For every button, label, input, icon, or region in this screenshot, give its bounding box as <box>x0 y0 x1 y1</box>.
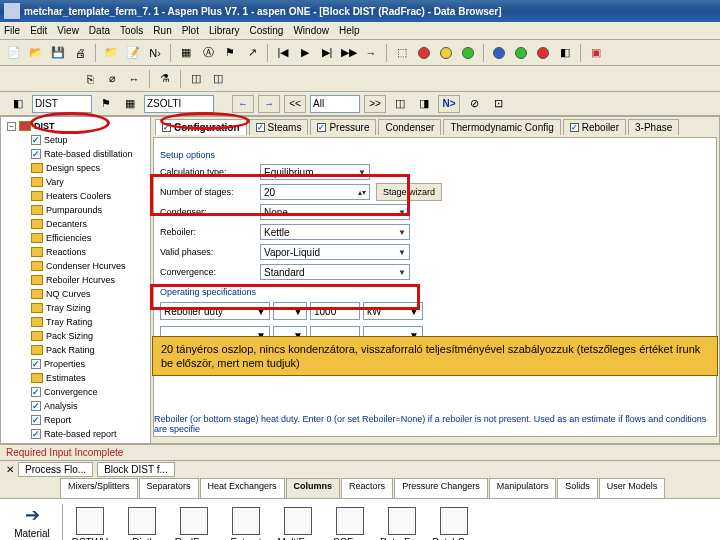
nav-x2-icon[interactable]: ⊡ <box>488 94 508 114</box>
nav-flag-icon[interactable]: ⚑ <box>96 94 116 114</box>
ptab[interactable]: Pressure Changers <box>394 478 488 498</box>
palette-item[interactable]: DSTWU <box>65 507 115 540</box>
palette-item[interactable]: Extract <box>221 507 271 540</box>
tree-item[interactable]: Setup <box>1 133 150 147</box>
tree-item[interactable]: User Subroutines <box>1 441 150 443</box>
tree-item[interactable]: Reboiler Hcurves <box>1 273 150 287</box>
valid-phases-select[interactable]: Vapor-Liquid▼ <box>260 244 410 260</box>
tree-item[interactable]: Efficiencies <box>1 231 150 245</box>
convergence-select[interactable]: Standard▼ <box>260 264 410 280</box>
tb-dot-green[interactable] <box>458 43 478 63</box>
tree-item[interactable]: Tray Sizing <box>1 301 150 315</box>
ptab[interactable]: Reactors <box>341 478 393 498</box>
menu-help[interactable]: Help <box>339 25 360 36</box>
tree-item[interactable]: Design specs <box>1 161 150 175</box>
tree-item[interactable]: Tray Rating <box>1 315 150 329</box>
palette-material[interactable]: ➔ Material STREAMS <box>4 504 60 541</box>
spec1-type-select[interactable]: Reboiler duty▼ <box>160 302 270 320</box>
condenser-select[interactable]: None▼ <box>260 204 410 220</box>
menu-run[interactable]: Run <box>153 25 171 36</box>
palette-item[interactable]: BatchSep <box>429 507 479 540</box>
tb-play-icon[interactable]: ▶ <box>295 43 315 63</box>
tb-arrow-icon[interactable]: ↗ <box>242 43 262 63</box>
tb-grid-icon[interactable]: ▦ <box>176 43 196 63</box>
tb-dot-red[interactable] <box>414 43 434 63</box>
tb-doc-icon[interactable]: 📝 <box>123 43 143 63</box>
tree-item[interactable]: Estimates <box>1 371 150 385</box>
tb-ff-icon[interactable]: ▶▶ <box>339 43 359 63</box>
nav-p2-icon[interactable]: ◨ <box>414 94 434 114</box>
ptab[interactable]: Solids <box>557 478 598 498</box>
tree-item[interactable]: Pack Sizing <box>1 329 150 343</box>
palette-item[interactable]: PetroFrac <box>377 507 427 540</box>
tb-dot-yellow[interactable] <box>436 43 456 63</box>
ptab[interactable]: Heat Exchangers <box>200 478 285 498</box>
tb-go-icon[interactable]: → <box>361 43 381 63</box>
tb-flag-icon[interactable]: ⚑ <box>220 43 240 63</box>
nav-n-button[interactable]: N> <box>438 95 460 113</box>
tb-dot-blue[interactable] <box>489 43 509 63</box>
tree-item[interactable]: Analysis <box>1 399 150 413</box>
tree-item[interactable]: Rate-based distillation <box>1 147 150 161</box>
tree-item[interactable]: Vary <box>1 175 150 189</box>
nav-scope-select[interactable] <box>310 95 360 113</box>
palette-item[interactable]: Distl <box>117 507 167 540</box>
tb-misc-icon[interactable]: ▣ <box>586 43 606 63</box>
flow-tab-block[interactable]: Block DIST f... <box>97 462 175 477</box>
tab-reboiler[interactable]: Reboiler <box>563 119 626 135</box>
tb-save-icon[interactable]: 💾 <box>48 43 68 63</box>
nav-p1-icon[interactable]: ◫ <box>390 94 410 114</box>
tree-root[interactable]: − DIST <box>1 119 150 133</box>
tb2-b1-icon[interactable]: ◫ <box>186 69 206 89</box>
tb-new-icon[interactable]: 📄 <box>4 43 24 63</box>
tb-folder-icon[interactable]: 📁 <box>101 43 121 63</box>
nav-prev-button[interactable]: << <box>284 95 306 113</box>
reboiler-select[interactable]: Kettle▼ <box>260 224 410 240</box>
tb-dot-red2[interactable] <box>533 43 553 63</box>
ptab[interactable]: Separators <box>139 478 199 498</box>
tab-streams[interactable]: Steams <box>249 119 309 135</box>
tree-item[interactable]: Pumparounds <box>1 203 150 217</box>
palette-item[interactable]: MultiFrac <box>273 507 323 540</box>
ptab[interactable]: Columns <box>286 478 341 498</box>
tree-item[interactable]: Properties <box>1 357 150 371</box>
tb-open-icon[interactable]: 📂 <box>26 43 46 63</box>
ptab[interactable]: User Models <box>599 478 666 498</box>
nav-back-button[interactable]: ← <box>232 95 254 113</box>
tb-print-icon[interactable]: 🖨 <box>70 43 90 63</box>
tab-configuration[interactable]: Configuration <box>155 119 247 135</box>
flow-tab-process[interactable]: Process Flo... <box>18 462 93 477</box>
tree-item[interactable]: Heaters Coolers <box>1 189 150 203</box>
spec1-unit-select[interactable]: kW▼ <box>363 302 423 320</box>
menu-edit[interactable]: Edit <box>30 25 47 36</box>
tb-cube-icon[interactable]: ◧ <box>555 43 575 63</box>
nav-block-select[interactable] <box>32 95 92 113</box>
nav-grid-icon[interactable]: ▦ <box>120 94 140 114</box>
tree-item[interactable]: Reactions <box>1 245 150 259</box>
tab-3phase[interactable]: 3-Phase <box>628 119 679 135</box>
tb-dot-green2[interactable] <box>511 43 531 63</box>
tb2-align-icon[interactable]: ↔ <box>124 69 144 89</box>
menu-file[interactable]: File <box>4 25 20 36</box>
tree-item[interactable]: Pack Rating <box>1 343 150 357</box>
nav-next-button[interactable]: >> <box>364 95 386 113</box>
tb-a-icon[interactable]: Ⓐ <box>198 43 218 63</box>
tb2-b2-icon[interactable]: ◫ <box>208 69 228 89</box>
tb2-a-icon[interactable]: ⚗ <box>155 69 175 89</box>
tb2-cut-icon[interactable]: ⌀ <box>102 69 122 89</box>
calc-type-select[interactable]: Equilibrium▼ <box>260 164 370 180</box>
nav-fwd-button[interactable]: → <box>258 95 280 113</box>
menu-view[interactable]: View <box>57 25 79 36</box>
menu-costing[interactable]: Costing <box>250 25 284 36</box>
tb-prev-icon[interactable]: |◀ <box>273 43 293 63</box>
spec1-value-input[interactable]: 1000 <box>310 302 360 320</box>
nav-user-select[interactable] <box>144 95 214 113</box>
tab-pressure[interactable]: Pressure <box>310 119 376 135</box>
ptab[interactable]: Mixers/Splitters <box>60 478 138 498</box>
tab-thermo[interactable]: Thermodynamic Config <box>443 119 560 135</box>
tb2-copy-icon[interactable]: ⎘ <box>80 69 100 89</box>
tree-item[interactable]: Rate-based report <box>1 427 150 441</box>
menu-tools[interactable]: Tools <box>120 25 143 36</box>
tree-item[interactable]: Report <box>1 413 150 427</box>
palette-item[interactable]: RadFrac <box>169 507 219 540</box>
